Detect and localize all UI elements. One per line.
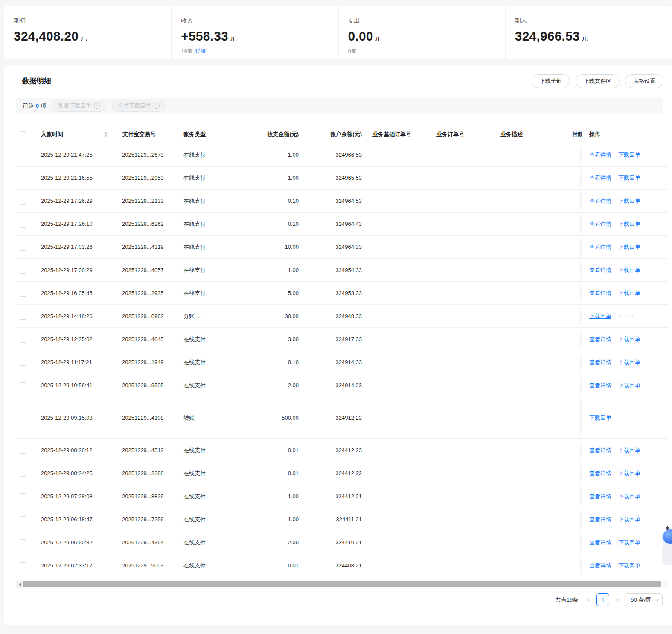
row-action-link[interactable]: 查看详情 bbox=[589, 382, 611, 389]
row-action-link[interactable]: 查看详情 bbox=[589, 289, 611, 297]
row-actions-cell: 查看详情下载回单 bbox=[582, 462, 668, 485]
summary-value: 0.00元 bbox=[348, 29, 505, 44]
row-action-link[interactable]: ·· ··· bbox=[618, 313, 634, 319]
income-detail-link[interactable]: 详细 bbox=[195, 48, 207, 54]
row-action-link[interactable]: 查看详情 bbox=[589, 359, 611, 366]
row-action-link[interactable]: 查看详情 bbox=[589, 197, 611, 205]
row-checkbox[interactable] bbox=[20, 336, 26, 343]
row-checkbox-cell bbox=[16, 539, 38, 546]
cell-entry-time: 2025-12-29 14:18:26 bbox=[38, 313, 117, 319]
horizontal-scrollbar[interactable] bbox=[16, 581, 668, 588]
row-checkbox[interactable] bbox=[20, 221, 26, 228]
row-action-link[interactable]: 下载回单 bbox=[618, 266, 640, 274]
row-action-link[interactable]: 查看详情 bbox=[589, 266, 611, 274]
row-checkbox[interactable] bbox=[20, 562, 26, 569]
row-action-link[interactable]: 查看详情 bbox=[589, 151, 611, 159]
cell-entry-time: 2025-12-29 21:47:25 bbox=[38, 152, 117, 158]
row-action-link[interactable]: 下载回单 bbox=[618, 197, 640, 205]
cell-amount: 0.10 bbox=[239, 221, 304, 227]
cell-account-type: 在线支付 bbox=[180, 266, 239, 274]
row-checkbox[interactable] bbox=[20, 447, 26, 454]
row-checkbox[interactable] bbox=[20, 359, 26, 366]
row-action-link[interactable]: 下载回单 bbox=[618, 151, 640, 159]
row-action-link[interactable]: 下载回单 bbox=[589, 313, 611, 320]
row-checkbox[interactable] bbox=[20, 493, 26, 500]
row-action-link[interactable]: 下载回单 bbox=[618, 516, 640, 523]
next-page-button[interactable]: › bbox=[615, 594, 619, 606]
row-action-link[interactable]: 下载回单 bbox=[618, 382, 640, 389]
cell-entry-time: 2025-12-29 08:24:25 bbox=[38, 470, 117, 476]
row-actions-cell: 查看详情下载回单 bbox=[582, 351, 668, 374]
table-body: 2025-12-29 21:47:2520251229...2673在线支付1.… bbox=[16, 143, 668, 577]
row-checkbox[interactable] bbox=[20, 313, 26, 320]
table-row: 2025-12-29 21:47:2520251229...2673在线支付1.… bbox=[16, 143, 668, 167]
row-actions-cell: 查看详情下载回单 bbox=[582, 143, 668, 167]
download-all-button[interactable]: 下载全部 bbox=[532, 74, 570, 88]
row-action-link[interactable]: 下载回单 bbox=[618, 470, 640, 477]
row-checkbox-cell bbox=[16, 220, 38, 228]
summary-label: 期初 bbox=[14, 17, 171, 25]
row-checkbox[interactable] bbox=[20, 198, 26, 205]
row-action-link[interactable]: 查看详情 bbox=[589, 243, 611, 251]
row-action-link[interactable]: 下载回单 bbox=[618, 493, 640, 500]
row-action-link[interactable]: 下载回单 bbox=[618, 539, 640, 546]
row-action-link[interactable]: 查看详情 bbox=[589, 562, 611, 570]
table-settings-button[interactable]: 表格设置 bbox=[625, 74, 663, 88]
row-action-link[interactable]: 查看详情 bbox=[589, 447, 611, 454]
row-action-link[interactable]: 查看详情 bbox=[589, 174, 611, 182]
cell-balance: 324954.33 bbox=[304, 267, 367, 273]
cell-entry-time: 2025-12-29 17:26:10 bbox=[38, 221, 117, 227]
floating-panel-edge bbox=[662, 544, 672, 565]
prev-page-button[interactable]: ‹ bbox=[587, 594, 591, 606]
row-checkbox[interactable] bbox=[20, 290, 26, 297]
cell-txn-id: 20251229...9505 bbox=[117, 382, 180, 389]
cell-balance: 324410.21 bbox=[304, 539, 367, 546]
row-checkbox[interactable] bbox=[20, 175, 26, 181]
merge-download-button[interactable]: 合并下载回单 i bbox=[112, 100, 166, 112]
cell-account-type: 在线支付 bbox=[180, 220, 239, 228]
row-action-link[interactable]: 查看详情 bbox=[589, 470, 611, 477]
row-checkbox[interactable] bbox=[20, 539, 26, 546]
row-action-link[interactable]: 下载回单 bbox=[589, 414, 611, 422]
sort-icon[interactable] bbox=[104, 126, 108, 143]
row-action-link[interactable]: 下载回单 bbox=[618, 359, 640, 366]
row-action-link[interactable]: 下载回单 bbox=[618, 447, 640, 454]
row-action-link[interactable]: 下载回单 bbox=[618, 562, 640, 570]
row-checkbox[interactable] bbox=[20, 244, 26, 251]
row-action-link[interactable]: 下载回单 bbox=[618, 336, 640, 343]
row-checkbox[interactable] bbox=[20, 152, 26, 158]
cell-balance: 324966.53 bbox=[304, 152, 367, 158]
scroll-left-button[interactable] bbox=[16, 581, 23, 588]
currency-unit: 元 bbox=[79, 34, 87, 42]
cell-amount: 1.00 bbox=[239, 493, 304, 500]
select-all-checkbox[interactable] bbox=[20, 131, 26, 138]
cell-account-type: 在线支付 bbox=[180, 493, 239, 500]
page-size-select[interactable]: 50 条/页 bbox=[625, 593, 663, 606]
row-checkbox[interactable] bbox=[20, 415, 26, 421]
row-action-link[interactable]: 下载回单 bbox=[618, 174, 640, 182]
row-action-link[interactable]: 下载回单 bbox=[618, 243, 640, 251]
row-action-link[interactable]: 查看详情 bbox=[589, 493, 611, 500]
row-action-link[interactable]: 查看详情 bbox=[589, 336, 611, 343]
row-checkbox[interactable] bbox=[20, 267, 26, 274]
scrollbar-thumb[interactable] bbox=[23, 581, 661, 587]
row-action-link[interactable]: 查看详情 bbox=[589, 220, 611, 228]
row-checkbox[interactable] bbox=[20, 516, 26, 523]
row-checkbox[interactable] bbox=[20, 382, 26, 389]
cell-txn-id: 20251229...4319 bbox=[117, 244, 180, 250]
download-zone-button[interactable]: 下载文件区 bbox=[576, 74, 620, 88]
selected-count-text: 已选0项 bbox=[23, 102, 46, 110]
row-action-link[interactable]: 查看详情 bbox=[589, 516, 611, 523]
row-action-link[interactable]: 查看详情 bbox=[589, 539, 611, 546]
cell-entry-time: 2025-12-29 12:35:02 bbox=[38, 336, 117, 342]
page-number-button[interactable]: 1 bbox=[596, 593, 609, 606]
row-action-link[interactable]: 下载回单 bbox=[618, 289, 640, 297]
cell-account-type: 在线支付 bbox=[180, 382, 239, 389]
row-action-link[interactable]: 下载回单 bbox=[618, 220, 640, 228]
row-checkbox-cell bbox=[16, 243, 38, 251]
row-checkbox-cell bbox=[16, 313, 38, 320]
row-checkbox[interactable] bbox=[20, 470, 26, 477]
batch-download-button[interactable]: 批量下载回单 i bbox=[52, 100, 106, 112]
table-row: 2025-12-29 10:56:4120251229...9505在线支付2.… bbox=[16, 374, 668, 397]
row-checkbox-cell bbox=[16, 174, 38, 181]
